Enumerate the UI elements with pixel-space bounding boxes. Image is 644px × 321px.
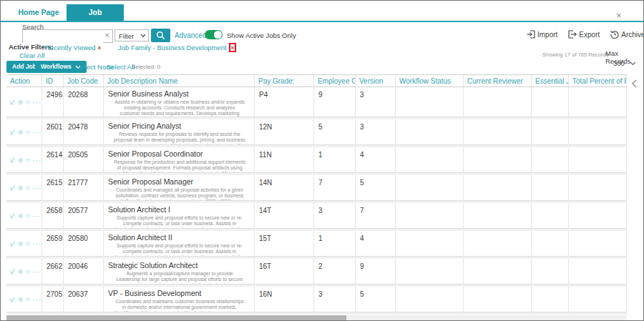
export-button[interactable]: Export [568,30,600,39]
table-row[interactable]: ··· 2662 20046 Strategic Solution Archit… [6,259,627,285]
job-name[interactable]: Solution Architect II [108,233,253,242]
heart-icon[interactable] [25,267,31,276]
job-name[interactable]: Senior Proposal Coordinator [108,149,253,158]
edit-icon[interactable] [10,156,16,164]
job-description: Augments a proposal/capture manager to p… [107,271,253,284]
edit-icon[interactable] [10,184,16,192]
row-description-cell: Senior Pricing Analyst Reviews requests … [104,119,255,144]
showing-records-text: Showing 17 of 765 Records [542,51,608,58]
row-workflow-status-cell [396,287,464,312]
edit-icon[interactable] [10,128,16,137]
column-header-job-code[interactable]: Job Code [64,75,104,87]
heart-icon[interactable] [25,128,31,137]
heart-icon[interactable] [25,212,31,220]
gear-icon[interactable] [18,239,24,248]
filter-dropdown[interactable]: Filter [114,29,149,41]
column-header-pay-grade[interactable]: Pay Grade: [255,75,314,87]
gear-icon[interactable] [18,212,24,220]
column-header-id[interactable]: ID [42,75,64,87]
gear-icon[interactable] [18,98,24,107]
horizontal-scrollbar[interactable] [6,315,627,320]
remove-filter-icon[interactable]: x [229,43,236,52]
column-header-total-percent-of-remote[interactable]: Total Percent of Remote [569,75,627,87]
table-row[interactable]: ··· 2496 20268 Senior Business Analyst A… [6,87,627,117]
row-more-icon[interactable]: ··· [33,212,42,219]
row-more-icon[interactable]: ··· [33,129,42,136]
top-actions: Import Export Archives ··· [527,29,644,39]
clear-all-link[interactable]: Clear All [19,51,44,59]
table-row[interactable]: ··· 2659 20580 Solution Architect II Sup… [6,231,627,257]
job-name[interactable]: VP - Business Development [108,289,253,297]
row-more-icon[interactable]: ··· [33,240,42,247]
row-job-code-cell: 20478 [64,119,104,144]
row-more-icon[interactable]: ··· [33,157,42,164]
column-header-job-description-name[interactable]: Job Description Name [104,75,255,87]
column-header-current-reviewer[interactable]: Current Reviewer [464,75,532,87]
gear-icon[interactable] [18,295,24,304]
row-current-reviewer-cell [464,119,532,144]
active-filter-label: Recently Viewed [45,44,96,51]
gear-icon[interactable] [18,128,24,137]
job-name[interactable]: Senior Proposal Manager [108,177,253,186]
search-input[interactable] [23,32,103,43]
remove-filter-icon[interactable]: x [98,44,101,51]
row-current-reviewer-cell [464,287,532,312]
row-more-icon[interactable]: ··· [33,268,42,275]
row-more-icon[interactable]: ··· [33,184,42,192]
close-icon[interactable]: × [616,11,622,20]
edit-icon[interactable] [10,212,16,220]
row-more-icon[interactable]: ··· [33,296,42,303]
max-records-dropdown[interactable]: 300 [613,59,636,67]
tab-home-page[interactable]: Home Page [14,4,64,21]
table-row[interactable]: ··· 2615 21777 Senior Proposal Manager C… [6,175,627,201]
row-more-icon[interactable]: ··· [33,99,42,106]
column-header-essential-job[interactable]: Essential Job [532,75,569,87]
table-row[interactable]: ··· 2705 20637 VP - Business Development… [6,287,627,312]
column-header-version[interactable]: Version [356,75,396,87]
tab-job-management[interactable]: Job Management [67,4,124,21]
active-filter-chip[interactable]: Recently Viewedx [45,44,101,51]
job-name[interactable]: Strategic Solution Architect [108,261,253,270]
heart-icon[interactable] [25,184,31,192]
search-button[interactable] [151,29,170,42]
edit-icon[interactable] [10,295,16,304]
heart-icon[interactable] [25,156,31,164]
row-version-cell: 3 [356,87,396,117]
horizontal-scrollbar-thumb[interactable] [6,315,346,320]
job-name[interactable]: Senior Pricing Analyst [108,122,253,130]
row-job-code-cell: 20046 [64,259,104,284]
row-description-cell: Solution Architect II Supports capture a… [104,231,255,256]
row-total-percent-remote-cell [569,259,627,284]
heart-icon[interactable] [25,295,31,304]
import-button[interactable]: Import [527,30,557,39]
collapse-panel-chevron-left-icon[interactable] [631,78,638,91]
row-actions-cell: ··· [6,287,42,312]
clear-search-icon[interactable]: × [105,31,109,39]
column-header-workflow-status[interactable]: Workflow Status [396,75,464,87]
edit-icon[interactable] [10,267,16,276]
import-label: Import [537,31,557,39]
export-icon [568,30,577,39]
job-name[interactable]: Senior Business Analyst [108,89,253,98]
advanced-link[interactable]: Advanced [175,31,206,39]
archives-button[interactable]: Archives [610,30,644,39]
column-header-action[interactable]: Action [6,75,42,87]
row-pay-grade-cell: 12N [255,119,314,144]
show-active-jobs-toggle[interactable] [205,30,223,39]
row-description-cell: VP - Business Development Coordinates an… [104,287,255,312]
gear-icon[interactable] [18,156,24,164]
table-row[interactable]: ··· 2614 20505 Senior Proposal Coordinat… [6,147,627,173]
job-name[interactable]: Solution Architect I [108,205,253,214]
table-row[interactable]: ··· 2601 20478 Senior Pricing Analyst Re… [6,119,627,145]
select-all-link[interactable]: Select All [107,63,135,71]
heart-icon[interactable] [25,239,31,248]
column-header-employee-count[interactable]: Employee Count [314,75,356,87]
active-filter-chip[interactable]: Job Family - Business Developmentx [118,43,236,52]
gear-icon[interactable] [18,267,24,276]
edit-icon[interactable] [10,239,16,248]
table-row[interactable]: ··· 2658 20577 Solution Architect I Supp… [6,203,627,229]
row-actions-cell: ··· [6,231,42,256]
gear-icon[interactable] [18,184,24,192]
edit-icon[interactable] [10,98,16,107]
heart-icon[interactable] [25,98,31,107]
